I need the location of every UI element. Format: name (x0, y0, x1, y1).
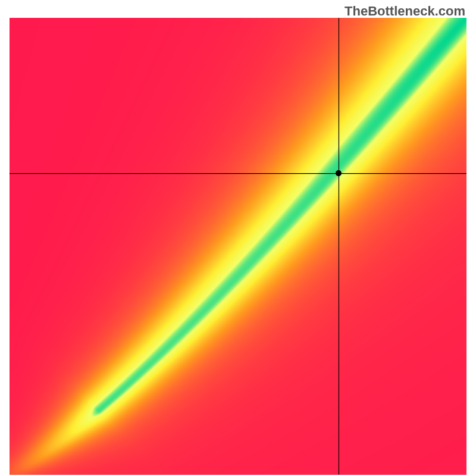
bottleneck-heatmap: TheBottleneck.com (0, 0, 476, 476)
heatmap-canvas (10, 18, 466, 475)
watermark-text: TheBottleneck.com (345, 4, 465, 19)
